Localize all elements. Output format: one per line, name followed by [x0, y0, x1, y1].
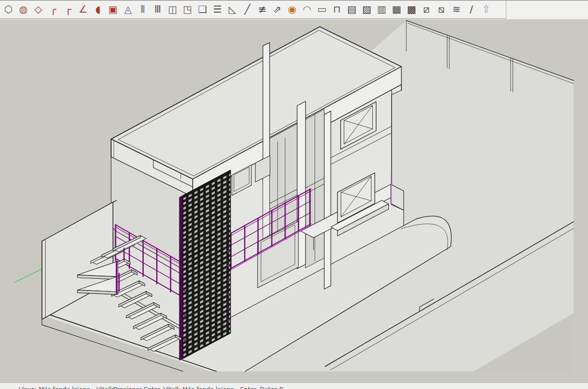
toolbar-icon-stair-landing[interactable]: ⇗ [270, 2, 285, 17]
toolbar-icon-curved-ramp[interactable]: ◠ [300, 2, 315, 17]
toolbar-icon-solids-shell[interactable]: ⬡ [1, 2, 16, 17]
toolbar-icon-hatch-panel[interactable]: ▨ [359, 2, 374, 17]
toolbar-icon-slat-fan-alt[interactable]: ∕ [464, 2, 479, 17]
plugins-toolbar: ⬡◍◇╭┌∠◖▣◬⫴Ⅲ◫◳❏☰◺╱≢⇗◉◠▭⊓▤▨▥▦▩⧄⧅≋∕⇧ [0, 1, 506, 19]
toolbar-icon-plate-bender[interactable]: ▭ [315, 2, 329, 17]
toolbar-icon-sheet-copy[interactable]: ❏ [195, 2, 210, 17]
toolbar-icon-louver-wall[interactable]: ▥ [374, 2, 389, 17]
toolbar-icon-fold-face[interactable]: ◬ [120, 2, 135, 17]
toolbar-icon-stair-flight[interactable]: ╱ [240, 2, 255, 17]
toolbar-icon-spiral-stair[interactable]: ◉ [285, 2, 300, 17]
toolbar-icon-pillar-array[interactable]: Ⅲ [150, 2, 165, 17]
toolbar-icon-tube-bundle[interactable]: ◫ [165, 2, 180, 17]
toolbar-icon-perforated-panel[interactable]: ▤ [344, 2, 359, 17]
toolbar-icon-push-fold[interactable]: ⇧ [479, 2, 494, 17]
toolbar-icon-stair-steps[interactable]: ≢ [255, 2, 270, 17]
toolbar-icon-woven-panel[interactable]: ▩ [404, 2, 419, 17]
toolbar-icon-slat-fan[interactable]: ≋ [449, 2, 464, 17]
toolbar-icon-angle-protractor[interactable]: ∠ [76, 2, 91, 17]
toolbar-icon-sharp-corner[interactable]: ┌ [61, 2, 76, 17]
model-viewport[interactable] [0, 19, 588, 382]
toolbar-icon-round-corner[interactable]: ╭ [46, 2, 61, 17]
viewport-area [0, 19, 588, 382]
toolbar-icon-portal-frame[interactable]: ⊓ [329, 2, 344, 17]
toolbar-icon-angled-louver[interactable]: ⧄ [419, 2, 434, 17]
perforated-screen-panel[interactable] [180, 170, 231, 360]
toolbar-icon-slat-wall[interactable]: ▦ [389, 2, 404, 17]
status-bar-text: Llave: Más fondo lejano - Vitall/Presion… [0, 383, 588, 389]
toolbar-icon-solids-intersect[interactable]: ◍ [16, 2, 31, 17]
toolbar-icon-fold-plate[interactable]: ◳ [180, 2, 195, 17]
toolbar-icon-solids-split[interactable]: ◇ [31, 2, 46, 17]
status-bar: Llave: Más fondo lejano - Vitall/Presion… [0, 382, 588, 389]
toolbar-icon-ramp-tool[interactable]: ◺ [225, 2, 240, 17]
toolbar-icon-pillar-tool[interactable]: ⫴ [135, 2, 150, 17]
modeling-app-window: ⬡◍◇╭┌∠◖▣◬⫴Ⅲ◫◳❏☰◺╱≢⇗◉◠▭⊓▤▨▥▦▩⧄⧅≋∕⇧ [0, 0, 588, 389]
toolbar-icon-box-morph[interactable]: ▣ [105, 2, 120, 17]
toolbar-icon-curviloft-surface[interactable]: ◖ [91, 2, 105, 17]
toolbar-strip: ⬡◍◇╭┌∠◖▣◬⫴Ⅲ◫◳❏☰◺╱≢⇗◉◠▭⊓▤▨▥▦▩⧄⧅≋∕⇧ [0, 0, 588, 19]
toolbar-icon-diagonal-slat[interactable]: ⧅ [434, 2, 449, 17]
toolbar-icon-louver-stack[interactable]: ☰ [210, 2, 225, 17]
